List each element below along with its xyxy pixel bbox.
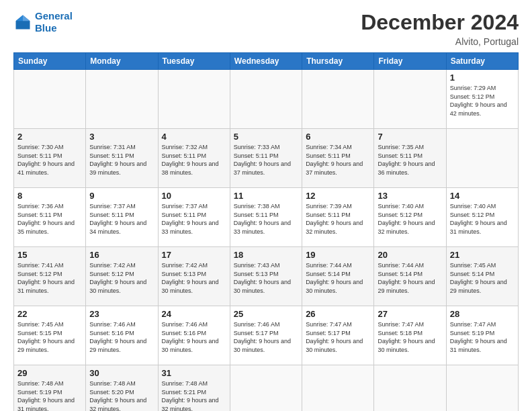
calendar-cell: 26Sunrise: 7:47 AMSunset: 5:17 PMDayligh… — [302, 306, 374, 365]
calendar-cell: 6Sunrise: 7:34 AMSunset: 5:11 PMDaylight… — [302, 129, 374, 188]
calendar-cell: 10Sunrise: 7:37 AMSunset: 5:11 PMDayligh… — [158, 188, 230, 247]
day-number: 10 — [162, 191, 226, 201]
calendar-week-row: 2Sunrise: 7:30 AMSunset: 5:11 PMDaylight… — [14, 129, 519, 188]
calendar-cell — [302, 70, 374, 129]
location: Alvito, Portugal — [361, 36, 519, 47]
day-number: 20 — [378, 250, 442, 260]
cell-content: Sunrise: 7:44 AMSunset: 5:14 PMDaylight:… — [306, 261, 370, 295]
logo: General Blue — [13, 10, 73, 34]
calendar-week-row: 15Sunrise: 7:41 AMSunset: 5:12 PMDayligh… — [14, 247, 519, 306]
weekday-header-saturday: Saturday — [446, 53, 518, 70]
calendar-cell — [446, 365, 518, 412]
cell-content: Sunrise: 7:35 AMSunset: 5:11 PMDaylight:… — [378, 143, 442, 177]
calendar-cell: 2Sunrise: 7:30 AMSunset: 5:11 PMDaylight… — [14, 129, 86, 188]
weekday-header-thursday: Thursday — [302, 53, 374, 70]
logo-icon — [13, 13, 32, 32]
day-number: 7 — [378, 132, 442, 142]
calendar-cell: 30Sunrise: 7:48 AMSunset: 5:20 PMDayligh… — [86, 365, 158, 412]
calendar-cell: 13Sunrise: 7:40 AMSunset: 5:12 PMDayligh… — [374, 188, 446, 247]
calendar-table: SundayMondayTuesdayWednesdayThursdayFrid… — [13, 52, 519, 411]
calendar-cell: 22Sunrise: 7:45 AMSunset: 5:15 PMDayligh… — [14, 306, 86, 365]
day-number: 31 — [162, 368, 226, 378]
svg-marker-2 — [16, 15, 24, 21]
calendar-cell — [158, 70, 230, 129]
calendar-cell: 3Sunrise: 7:31 AMSunset: 5:11 PMDaylight… — [86, 129, 158, 188]
day-number: 26 — [306, 309, 370, 319]
weekday-header-wednesday: Wednesday — [230, 53, 302, 70]
cell-content: Sunrise: 7:43 AMSunset: 5:13 PMDaylight:… — [234, 261, 298, 295]
cell-content: Sunrise: 7:48 AMSunset: 5:20 PMDaylight:… — [89, 379, 154, 411]
day-number: 21 — [450, 250, 515, 260]
weekday-header-friday: Friday — [374, 53, 446, 70]
calendar-cell: 1Sunrise: 7:29 AMSunset: 5:12 PMDaylight… — [446, 70, 518, 129]
cell-content: Sunrise: 7:36 AMSunset: 5:11 PMDaylight:… — [17, 202, 82, 236]
calendar-cell: 5Sunrise: 7:33 AMSunset: 5:11 PMDaylight… — [230, 129, 302, 188]
calendar-cell: 28Sunrise: 7:47 AMSunset: 5:19 PMDayligh… — [446, 306, 518, 365]
calendar-cell: 16Sunrise: 7:42 AMSunset: 5:12 PMDayligh… — [86, 247, 158, 306]
calendar-cell: 14Sunrise: 7:40 AMSunset: 5:12 PMDayligh… — [446, 188, 518, 247]
day-number: 19 — [306, 250, 370, 260]
calendar-cell: 19Sunrise: 7:44 AMSunset: 5:14 PMDayligh… — [302, 247, 374, 306]
calendar-cell — [86, 70, 158, 129]
cell-content: Sunrise: 7:46 AMSunset: 5:17 PMDaylight:… — [234, 320, 298, 354]
cell-content: Sunrise: 7:32 AMSunset: 5:11 PMDaylight:… — [162, 143, 226, 177]
cell-content: Sunrise: 7:47 AMSunset: 5:18 PMDaylight:… — [378, 320, 442, 354]
day-number: 17 — [162, 250, 226, 260]
calendar-cell: 27Sunrise: 7:47 AMSunset: 5:18 PMDayligh… — [374, 306, 446, 365]
day-number: 1 — [450, 73, 515, 83]
day-number: 22 — [17, 309, 82, 319]
calendar-cell — [230, 365, 302, 412]
cell-content: Sunrise: 7:45 AMSunset: 5:14 PMDaylight:… — [450, 261, 515, 295]
weekday-header-tuesday: Tuesday — [158, 53, 230, 70]
calendar-cell: 24Sunrise: 7:46 AMSunset: 5:16 PMDayligh… — [158, 306, 230, 365]
calendar-cell — [374, 365, 446, 412]
calendar-cell: 31Sunrise: 7:48 AMSunset: 5:21 PMDayligh… — [158, 365, 230, 412]
weekday-header-monday: Monday — [86, 53, 158, 70]
day-number: 9 — [89, 191, 154, 201]
month-title: December 2024 — [361, 10, 519, 35]
calendar-cell: 18Sunrise: 7:43 AMSunset: 5:13 PMDayligh… — [230, 247, 302, 306]
calendar-cell: 25Sunrise: 7:46 AMSunset: 5:17 PMDayligh… — [230, 306, 302, 365]
cell-content: Sunrise: 7:40 AMSunset: 5:12 PMDaylight:… — [378, 202, 442, 236]
cell-content: Sunrise: 7:39 AMSunset: 5:11 PMDaylight:… — [306, 202, 370, 236]
day-number: 24 — [162, 309, 226, 319]
calendar-cell — [230, 70, 302, 129]
calendar-cell: 11Sunrise: 7:38 AMSunset: 5:11 PMDayligh… — [230, 188, 302, 247]
day-number: 5 — [234, 132, 298, 142]
day-number: 13 — [378, 191, 442, 201]
day-number: 18 — [234, 250, 298, 260]
cell-content: Sunrise: 7:46 AMSunset: 5:16 PMDaylight:… — [89, 320, 154, 354]
cell-content: Sunrise: 7:38 AMSunset: 5:11 PMDaylight:… — [234, 202, 298, 236]
cell-content: Sunrise: 7:42 AMSunset: 5:12 PMDaylight:… — [89, 261, 154, 295]
day-number: 14 — [450, 191, 515, 201]
cell-content: Sunrise: 7:34 AMSunset: 5:11 PMDaylight:… — [306, 143, 370, 177]
calendar-cell: 4Sunrise: 7:32 AMSunset: 5:11 PMDaylight… — [158, 129, 230, 188]
cell-content: Sunrise: 7:44 AMSunset: 5:14 PMDaylight:… — [378, 261, 442, 295]
calendar-week-row: 29Sunrise: 7:48 AMSunset: 5:19 PMDayligh… — [14, 365, 519, 412]
calendar-cell: 8Sunrise: 7:36 AMSunset: 5:11 PMDaylight… — [14, 188, 86, 247]
calendar-cell — [446, 129, 518, 188]
day-number: 30 — [89, 368, 154, 378]
day-number: 4 — [162, 132, 226, 142]
day-number: 25 — [234, 309, 298, 319]
cell-content: Sunrise: 7:31 AMSunset: 5:11 PMDaylight:… — [89, 143, 154, 177]
calendar-cell: 23Sunrise: 7:46 AMSunset: 5:16 PMDayligh… — [86, 306, 158, 365]
cell-content: Sunrise: 7:33 AMSunset: 5:11 PMDaylight:… — [234, 143, 298, 177]
calendar-cell: 17Sunrise: 7:42 AMSunset: 5:13 PMDayligh… — [158, 247, 230, 306]
calendar-cell: 12Sunrise: 7:39 AMSunset: 5:11 PMDayligh… — [302, 188, 374, 247]
page-header: General Blue December 2024 Alvito, Portu… — [13, 10, 519, 47]
cell-content: Sunrise: 7:37 AMSunset: 5:11 PMDaylight:… — [89, 202, 154, 236]
weekday-header-sunday: Sunday — [14, 53, 86, 70]
calendar-cell: 9Sunrise: 7:37 AMSunset: 5:11 PMDaylight… — [86, 188, 158, 247]
day-number: 3 — [89, 132, 154, 142]
cell-content: Sunrise: 7:29 AMSunset: 5:12 PMDaylight:… — [450, 84, 515, 118]
cell-content: Sunrise: 7:42 AMSunset: 5:13 PMDaylight:… — [162, 261, 226, 295]
calendar-cell — [14, 70, 86, 129]
day-number: 16 — [89, 250, 154, 260]
cell-content: Sunrise: 7:40 AMSunset: 5:12 PMDaylight:… — [450, 202, 515, 236]
day-number: 2 — [17, 132, 82, 142]
cell-content: Sunrise: 7:47 AMSunset: 5:19 PMDaylight:… — [450, 320, 515, 354]
weekday-header-row: SundayMondayTuesdayWednesdayThursdayFrid… — [14, 53, 519, 70]
cell-content: Sunrise: 7:48 AMSunset: 5:21 PMDaylight:… — [162, 379, 226, 411]
calendar-cell — [302, 365, 374, 412]
